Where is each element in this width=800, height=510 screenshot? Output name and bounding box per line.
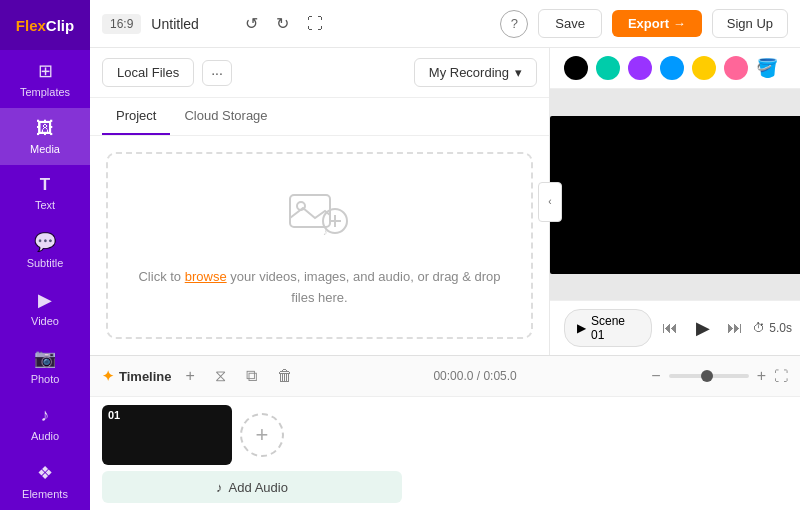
sidebar-item-media[interactable]: 🖼 Media	[0, 108, 90, 165]
fill-color-icon[interactable]: 🪣	[756, 57, 778, 79]
my-recording-button[interactable]: My Recording ▾	[414, 58, 537, 87]
text-icon: T	[40, 175, 50, 195]
next-scene-button[interactable]: ⏭	[727, 319, 743, 337]
timer-icon: ⏱	[753, 321, 765, 335]
topbar: 16:9 ↺ ↻ ⛶ ? Save Export → Sign Up	[90, 0, 800, 48]
sidebar-item-label: Audio	[31, 430, 59, 442]
timeline-title: Timeline	[119, 369, 172, 384]
left-panel: Local Files ··· My Recording ▾ Project C…	[90, 48, 550, 355]
zoom-in-icon[interactable]: +	[757, 367, 766, 385]
zoom-out-icon[interactable]: −	[651, 367, 660, 385]
delete-clip-button[interactable]: 🗑	[271, 364, 299, 388]
elements-icon: ❖	[37, 462, 53, 484]
drop-area[interactable]: ♪ Click to browse your videos, images, a…	[106, 152, 533, 339]
sidebar: FlexClip ⊞ Templates 🖼 Media T Text 💬 Su…	[0, 0, 90, 510]
add-audio-label: Add Audio	[229, 480, 288, 495]
sidebar-item-label: Templates	[20, 86, 70, 98]
duration-badge: ⏱ 5.0s	[753, 321, 792, 335]
timeline-area: ✦ Timeline + ⧖ ⧉ 🗑 00:00.0 / 0:05.0 − + …	[90, 355, 800, 510]
color-swatch-teal[interactable]	[596, 56, 620, 80]
video-preview	[550, 89, 800, 300]
color-swatch-purple[interactable]	[628, 56, 652, 80]
ratio-badge: 16:9	[102, 14, 141, 34]
zoom-thumb	[701, 370, 713, 382]
photo-icon: 📷	[34, 347, 56, 369]
logo-text: FlexClip	[16, 17, 74, 34]
clip-number: 01	[108, 409, 120, 421]
timeline-tracks: 01 + ♪ Add Audio	[90, 397, 800, 510]
sidebar-item-subtitle[interactable]: 💬 Subtitle	[0, 221, 90, 279]
title-input[interactable]	[151, 16, 231, 32]
sidebar-item-photo[interactable]: 📷 Photo	[0, 337, 90, 395]
svg-text:♪: ♪	[323, 227, 328, 237]
help-button[interactable]: ?	[500, 10, 528, 38]
content-area: Local Files ··· My Recording ▾ Project C…	[90, 48, 800, 355]
recording-label: My Recording	[429, 65, 509, 80]
drop-text-pre: Click to	[138, 269, 184, 284]
main-area: 16:9 ↺ ↻ ⛶ ? Save Export → Sign Up Local…	[90, 0, 800, 510]
right-panel: ‹ 🪣 ▶ Scene 01 ⏮	[550, 48, 800, 355]
tab-cloud-storage[interactable]: Cloud Storage	[170, 98, 281, 135]
drop-icon: ♪	[285, 183, 355, 255]
prev-scene-button[interactable]: ⏮	[662, 319, 678, 337]
sidebar-item-label: Elements	[22, 488, 68, 500]
sidebar-item-label: Photo	[31, 373, 60, 385]
video-icon: ▶	[38, 289, 52, 311]
sidebar-item-label: Subtitle	[27, 257, 64, 269]
color-swatch-yellow[interactable]	[692, 56, 716, 80]
media-tabs: Project Cloud Storage	[90, 98, 549, 136]
save-button[interactable]: Save	[538, 9, 602, 38]
add-audio-button[interactable]: ♪ Add Audio	[102, 471, 402, 503]
timeline-icon: ✦	[102, 368, 114, 384]
audio-note-icon: ♪	[216, 480, 223, 495]
sidebar-item-elements[interactable]: ❖ Elements	[0, 452, 90, 510]
color-swatch-pink[interactable]	[724, 56, 748, 80]
logo: FlexClip	[0, 0, 90, 50]
logo-clip: Clip	[46, 17, 74, 34]
timeline-label: ✦ Timeline	[102, 368, 172, 384]
video-screen	[550, 116, 800, 274]
video-track-row: 01 +	[102, 405, 788, 465]
video-clip[interactable]: 01	[102, 405, 232, 465]
media-icon: 🖼	[36, 118, 54, 139]
timeline-zoom-control: − +	[651, 367, 766, 385]
play-button[interactable]: ▶	[688, 313, 717, 343]
undo-button[interactable]: ↺	[241, 10, 262, 37]
zoom-track[interactable]	[669, 374, 749, 378]
sidebar-item-label: Media	[30, 143, 60, 155]
player-controls: ▶ Scene 01 ⏮ ▶ ⏭ ⏱ 5.0s ⛶	[550, 300, 800, 355]
expand-timeline-button[interactable]: ⛶	[774, 368, 788, 384]
color-swatch-black[interactable]	[564, 56, 588, 80]
sidebar-item-templates[interactable]: ⊞ Templates	[0, 50, 90, 108]
local-files-button[interactable]: Local Files	[102, 58, 194, 87]
timeline-time-display: 00:00.0 / 0:05.0	[307, 369, 643, 383]
copy-clip-button[interactable]: ⧉	[240, 364, 263, 388]
split-clip-button[interactable]: ⧖	[209, 364, 232, 388]
scene-badge[interactable]: ▶ Scene 01	[564, 309, 652, 347]
chevron-down-icon: ▾	[515, 65, 522, 80]
sidebar-item-label: Video	[31, 315, 59, 327]
grid-icon: ⊞	[38, 60, 53, 82]
play-icon-small: ▶	[577, 321, 586, 335]
sidebar-item-video[interactable]: ▶ Video	[0, 279, 90, 337]
duration-value: 5.0s	[769, 321, 792, 335]
subtitle-icon: 💬	[34, 231, 56, 253]
collapse-panel-button[interactable]: ‹	[538, 182, 562, 222]
browse-link[interactable]: browse	[185, 269, 227, 284]
sidebar-item-audio[interactable]: ♪ Audio	[0, 395, 90, 452]
more-options-button[interactable]: ···	[202, 60, 232, 86]
drop-text-post: your videos, images, and audio, or drag …	[227, 269, 501, 305]
signup-button[interactable]: Sign Up	[712, 9, 788, 38]
add-clip-to-timeline-button[interactable]: +	[180, 364, 201, 388]
add-scene-button[interactable]: +	[240, 413, 284, 457]
fullscreen-toggle-button[interactable]: ⛶	[303, 11, 327, 37]
audio-track-row: ♪ Add Audio	[102, 471, 788, 503]
redo-button[interactable]: ↻	[272, 10, 293, 37]
sidebar-item-text[interactable]: T Text	[0, 165, 90, 221]
drop-instructions: Click to browse your videos, images, and…	[128, 267, 511, 309]
color-palette: 🪣	[550, 48, 800, 89]
logo-flex: Flex	[16, 17, 46, 34]
export-button[interactable]: Export →	[612, 10, 702, 37]
tab-project[interactable]: Project	[102, 98, 170, 135]
color-swatch-blue[interactable]	[660, 56, 684, 80]
